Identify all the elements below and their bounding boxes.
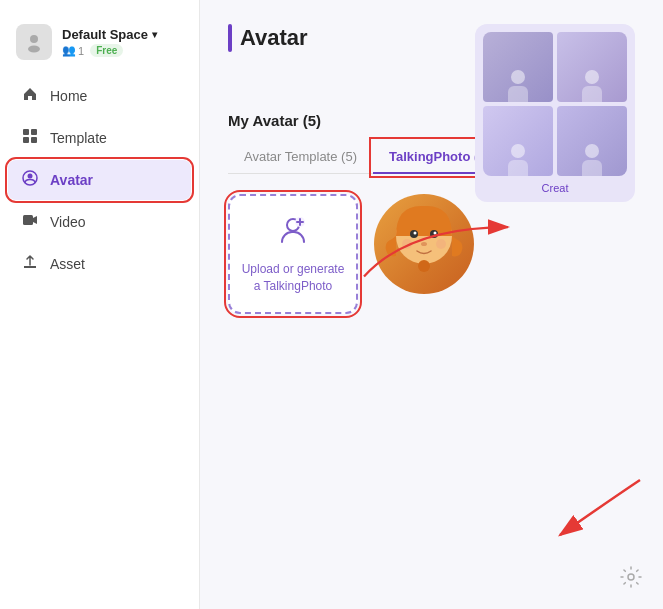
svg-point-17 [414,232,417,235]
workspace-users: 👥 1 [62,44,84,57]
asset-icon [20,254,40,274]
upload-talking-photo-card[interactable]: Upload or generatea TalkingPhoto [228,194,358,314]
preview-person-3 [483,106,553,176]
preview-label: Creat [483,182,627,194]
upload-person-icon [277,214,309,253]
svg-rect-4 [23,137,29,143]
workspace-avatar-icon [16,24,52,60]
svg-rect-3 [31,129,37,135]
svg-point-0 [30,35,38,43]
avatar-photo-inner [374,194,474,294]
sidebar-item-home-label: Home [50,88,87,104]
preview-person-1 [483,32,553,102]
sidebar-item-avatar[interactable]: Avatar [8,160,191,200]
main-content: Avatar [200,0,663,609]
page-title: Avatar [240,25,308,51]
sidebar-item-home[interactable]: Home [8,76,191,116]
upload-section: Upload or generatea TalkingPhoto [228,194,635,314]
gear-icon[interactable] [619,565,647,593]
svg-point-19 [421,242,427,246]
sidebar-item-asset[interactable]: Asset [8,244,191,284]
title-bar-accent [228,24,232,52]
svg-point-14 [418,260,430,272]
annotation-arrow-2 [530,470,650,550]
workspace-header[interactable]: Default Space ▾ 👥 1 Free [0,16,199,76]
preview-card[interactable]: Creat [475,24,635,202]
workspace-meta: 👥 1 Free [62,44,157,57]
sidebar-item-template[interactable]: Template [8,118,191,158]
svg-rect-5 [31,137,37,143]
preview-avatar-grid [483,32,627,176]
svg-point-18 [434,232,437,235]
home-icon [20,86,40,106]
tab-avatar-template[interactable]: Avatar Template (5) [228,141,373,174]
preview-person-2 [557,32,627,102]
free-badge: Free [90,44,123,57]
template-icon [20,128,40,148]
workspace-info: Default Space ▾ 👥 1 Free [62,27,157,57]
workspace-name: Default Space ▾ [62,27,157,42]
upload-card-label: Upload or generatea TalkingPhoto [242,261,345,295]
sidebar-item-asset-label: Asset [50,256,85,272]
svg-rect-8 [23,215,33,225]
svg-point-1 [28,46,40,53]
preview-person-4 [557,106,627,176]
sidebar-item-video[interactable]: Video [8,202,191,242]
sidebar-nav: Home Template Avatar [0,76,199,284]
sidebar-item-template-label: Template [50,130,107,146]
svg-point-20 [402,239,412,249]
svg-point-24 [628,574,634,580]
svg-point-21 [436,239,446,249]
svg-point-7 [28,174,33,179]
sidebar: Default Space ▾ 👥 1 Free Home [0,0,200,609]
avatar-icon [20,170,40,190]
chevron-down-icon: ▾ [152,29,157,40]
sidebar-item-video-label: Video [50,214,86,230]
video-icon [20,212,40,232]
svg-rect-2 [23,129,29,135]
sidebar-item-avatar-label: Avatar [50,172,93,188]
talking-photo-avatar[interactable] [374,194,474,294]
